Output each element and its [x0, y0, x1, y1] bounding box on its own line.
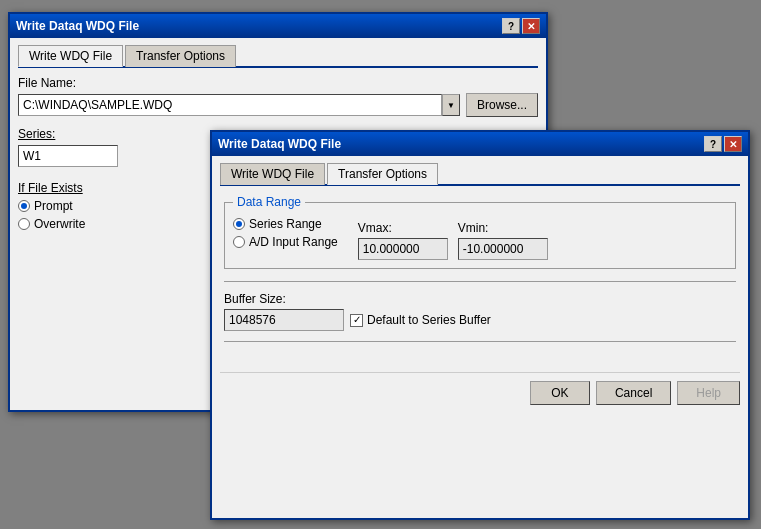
buffer-size-input[interactable] [224, 309, 344, 331]
window1-title: Write Dataq WDQ File [16, 19, 139, 33]
window1-tabs: Write WDQ File Transfer Options [18, 44, 538, 68]
window2-title: Write Dataq WDQ File [218, 137, 341, 151]
default-series-buffer-item[interactable]: Default to Series Buffer [350, 313, 491, 327]
ad-input-range-label: A/D Input Range [249, 235, 338, 249]
window1-titlebar-buttons: ? ✕ [502, 18, 540, 34]
ad-input-range-radio[interactable] [233, 236, 245, 248]
window2-titlebar: Write Dataq WDQ File ? ✕ [212, 132, 748, 156]
vmin-input[interactable] [458, 238, 548, 260]
ok-button[interactable]: OK [530, 381, 590, 405]
data-range-radios: Series Range A/D Input Range [233, 217, 338, 249]
buffer-size-label: Buffer Size: [224, 292, 736, 306]
window1-tab-write-wdq[interactable]: Write WDQ File [18, 45, 123, 67]
file-name-label: File Name: [18, 76, 538, 90]
data-range-groupbox: Data Range Series Range A/D Input Range [224, 202, 736, 269]
data-range-content: Series Range A/D Input Range Vmax: [233, 217, 727, 260]
window2-titlebar-buttons: ? ✕ [704, 136, 742, 152]
file-name-row: ▼ Browse... [18, 93, 538, 117]
window1-titlebar: Write Dataq WDQ File ? ✕ [10, 14, 546, 38]
browse-button[interactable]: Browse... [466, 93, 538, 117]
separator1 [224, 281, 736, 282]
file-name-group: File Name: ▼ Browse... [18, 76, 538, 117]
series-range-label: Series Range [249, 217, 322, 231]
vmax-input[interactable] [358, 238, 448, 260]
window1-tab-transfer-options[interactable]: Transfer Options [125, 45, 236, 67]
window2-tabs: Write WDQ File Transfer Options [220, 162, 740, 186]
combo-dropdown-button[interactable]: ▼ [442, 94, 460, 116]
foreground-window: Write Dataq WDQ File ? ✕ Write WDQ File … [210, 130, 750, 520]
file-path-combo[interactable]: ▼ [18, 94, 460, 116]
transfer-options-content: Data Range Series Range A/D Input Range [220, 194, 740, 360]
dialog-buttons: OK Cancel Help [220, 372, 740, 405]
overwrite-label: Overwrite [34, 217, 85, 231]
prompt-radio[interactable] [18, 200, 30, 212]
window2-body: Write WDQ File Transfer Options Data Ran… [212, 156, 748, 411]
default-series-buffer-checkbox[interactable] [350, 314, 363, 327]
overwrite-radio[interactable] [18, 218, 30, 230]
vmax-vmin-group: Vmax: Vmin: [358, 221, 548, 260]
vmin-label: Vmin: [458, 221, 548, 235]
window1-close-button[interactable]: ✕ [522, 18, 540, 34]
window2-tab-write-wdq[interactable]: Write WDQ File [220, 163, 325, 185]
buffer-size-group: Buffer Size: Default to Series Buffer [224, 292, 736, 331]
vmax-label: Vmax: [358, 221, 448, 235]
file-path-input[interactable] [18, 94, 442, 116]
data-range-legend: Data Range [233, 195, 305, 209]
window2-close-button[interactable]: ✕ [724, 136, 742, 152]
window2-help-button[interactable]: ? [704, 136, 722, 152]
series-range-radio-item[interactable]: Series Range [233, 217, 338, 231]
buffer-size-row: Default to Series Buffer [224, 309, 736, 331]
window2-tab-transfer-options[interactable]: Transfer Options [327, 163, 438, 185]
series-input[interactable] [18, 145, 118, 167]
separator2 [224, 341, 736, 342]
vmin-field: Vmin: [458, 221, 548, 260]
help-button[interactable]: Help [677, 381, 740, 405]
series-range-radio[interactable] [233, 218, 245, 230]
window1-help-button[interactable]: ? [502, 18, 520, 34]
cancel-button[interactable]: Cancel [596, 381, 671, 405]
default-series-buffer-label: Default to Series Buffer [367, 313, 491, 327]
prompt-label: Prompt [34, 199, 73, 213]
ad-input-range-radio-item[interactable]: A/D Input Range [233, 235, 338, 249]
vmax-field: Vmax: [358, 221, 448, 260]
